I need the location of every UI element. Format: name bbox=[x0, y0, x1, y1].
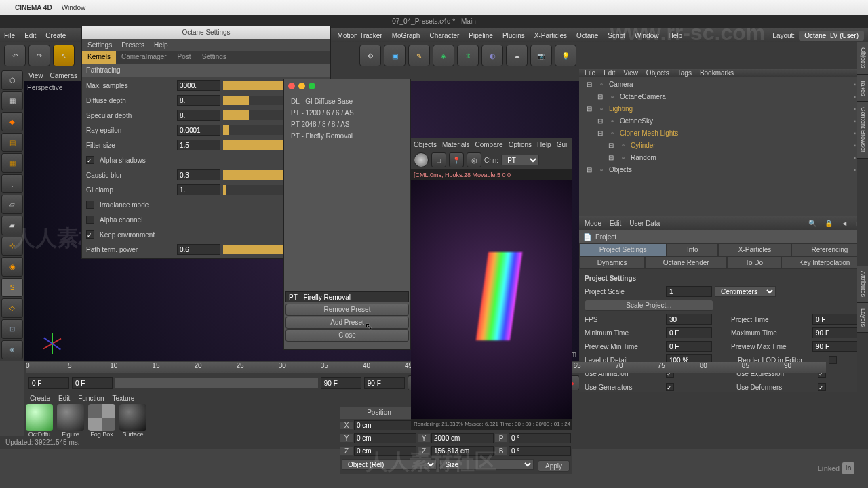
attr-input[interactable] bbox=[666, 327, 712, 338]
coord-sel-size[interactable]: Size bbox=[439, 459, 534, 470]
object-row[interactable]: ⊟▫OctaneCamera▪ bbox=[580, 90, 867, 102]
frame-current[interactable] bbox=[28, 377, 69, 389]
render-lod-check[interactable] bbox=[829, 356, 837, 364]
visibility-icon[interactable]: ▪ bbox=[853, 129, 856, 137]
object-name[interactable]: Objects bbox=[609, 166, 850, 174]
rstrip-layers[interactable]: Layers bbox=[857, 303, 868, 333]
layout-selector[interactable]: Octane_LV (User) bbox=[799, 30, 864, 41]
param-checkbox[interactable] bbox=[86, 201, 94, 209]
param-input[interactable] bbox=[177, 80, 220, 91]
vp-cameras[interactable]: Cameras bbox=[50, 72, 78, 79]
channel-select[interactable]: PT bbox=[501, 155, 539, 165]
render-focus-icon[interactable]: ◎ bbox=[467, 152, 481, 167]
object-name[interactable]: Lighting bbox=[609, 105, 850, 113]
rp-objects[interactable]: Objects bbox=[414, 141, 437, 148]
gear-icon[interactable]: ⚙ bbox=[359, 45, 381, 66]
frame-tick[interactable]: 70 bbox=[616, 362, 658, 373]
project-scale-unit[interactable]: Centimeters bbox=[715, 286, 776, 297]
tab-octane-render[interactable]: Octane Render bbox=[645, 256, 727, 269]
attr-input[interactable] bbox=[812, 327, 859, 338]
environment-icon[interactable]: ☁ bbox=[506, 45, 528, 66]
menu-pipeline[interactable]: Pipeline bbox=[469, 32, 493, 39]
visibility-icon[interactable]: ▪ bbox=[853, 142, 856, 149]
object-row[interactable]: ⊟▫Random▪ bbox=[580, 151, 867, 163]
menu-help[interactable]: Help bbox=[668, 32, 682, 39]
preset-min-icon[interactable] bbox=[298, 83, 305, 89]
coord-sel-object[interactable]: Object (Rel) bbox=[342, 459, 437, 470]
tab-dynamics[interactable]: Dynamics bbox=[579, 256, 645, 269]
undo-icon[interactable]: ↶ bbox=[4, 45, 26, 66]
mat-create[interactable]: Create bbox=[30, 394, 50, 402]
tab-info[interactable]: Info bbox=[667, 243, 718, 256]
obj-menu-bookmarks[interactable]: Bookmarks bbox=[700, 69, 734, 77]
attr-edit[interactable]: Edit bbox=[610, 220, 621, 227]
object-name[interactable]: Cylinder bbox=[631, 142, 850, 149]
preset-name-input[interactable] bbox=[285, 291, 409, 302]
expand-icon[interactable]: ⊟ bbox=[585, 165, 594, 174]
coord-pos-input[interactable] bbox=[354, 446, 416, 456]
visibility-icon[interactable]: ▪ bbox=[853, 154, 856, 161]
point-mode-icon[interactable]: ⋮ bbox=[1, 174, 23, 194]
object-row[interactable]: ⊟▫Camera▪ bbox=[580, 78, 867, 90]
menu-octane[interactable]: Octane bbox=[576, 32, 598, 39]
snap-icon[interactable]: S bbox=[1, 278, 23, 298]
material-item[interactable]: OctDiffu bbox=[24, 404, 54, 436]
edge-mode-icon[interactable]: ▱ bbox=[1, 195, 23, 214]
axis-icon[interactable]: ⊹ bbox=[1, 237, 23, 256]
mat-texture[interactable]: Texture bbox=[113, 394, 135, 402]
expand-icon[interactable]: ⊟ bbox=[585, 79, 594, 89]
param-input[interactable] bbox=[177, 125, 220, 136]
attr-input[interactable] bbox=[666, 341, 712, 352]
preset-close-icon[interactable] bbox=[288, 83, 295, 89]
mac-menu-window[interactable]: Window bbox=[62, 4, 86, 12]
frame-tick[interactable]: 90 bbox=[784, 362, 826, 373]
menu-plugins[interactable]: Plugins bbox=[502, 32, 525, 39]
array-icon[interactable]: ⁜ bbox=[457, 45, 479, 66]
frame-tick[interactable]: 5 bbox=[68, 362, 110, 373]
preset-item[interactable]: PT 2048 / 8 / 8 / AS bbox=[287, 119, 408, 130]
render-sphere-icon[interactable] bbox=[414, 152, 429, 167]
rp-materials[interactable]: Materials bbox=[442, 141, 470, 148]
frame-tick[interactable]: 65 bbox=[573, 362, 615, 373]
menu-mograph[interactable]: MoGraph bbox=[392, 32, 420, 39]
project-scale-input[interactable] bbox=[666, 286, 712, 297]
viewport-solo-icon[interactable]: ◉ bbox=[1, 257, 23, 277]
preset-list[interactable]: DL - GI Diffuse BasePT - 1200 / 6 / 6 / … bbox=[284, 93, 410, 289]
frame-tick[interactable]: 15 bbox=[152, 362, 194, 373]
coord-size-input[interactable] bbox=[431, 446, 494, 456]
pen-icon[interactable]: ✎ bbox=[408, 45, 430, 66]
rstrip-attributes[interactable]: Attributes bbox=[857, 266, 868, 303]
rp-help[interactable]: Help bbox=[537, 141, 551, 148]
object-name[interactable]: OctaneCamera bbox=[620, 93, 850, 100]
param-input[interactable] bbox=[177, 140, 220, 150]
attr-check[interactable] bbox=[666, 383, 674, 391]
cube-icon[interactable]: ▣ bbox=[384, 45, 406, 66]
preset-zoom-icon[interactable] bbox=[309, 83, 315, 89]
obj-menu-edit[interactable]: Edit bbox=[604, 69, 615, 77]
object-tree[interactable]: ⊟▫Camera▪⊟▫OctaneCamera▪⊟▫Lighting▪⊟▫Oct… bbox=[579, 77, 868, 216]
menu-motion-tracker[interactable]: Motion Tracker bbox=[338, 32, 382, 39]
scale-project-button[interactable]: Scale Project... bbox=[585, 300, 713, 311]
preset-item[interactable]: DL - GI Diffuse Base bbox=[287, 96, 408, 107]
object-mode-icon[interactable]: ◆ bbox=[1, 112, 23, 131]
object-row[interactable]: ⊟▫Objects▪ bbox=[580, 163, 867, 176]
menu-file[interactable]: File bbox=[4, 32, 15, 39]
attr-check[interactable] bbox=[818, 383, 826, 391]
preset-item[interactable]: PT - Firefly Removal bbox=[287, 130, 408, 142]
expand-icon[interactable]: ⊟ bbox=[606, 140, 616, 150]
close-preset-button[interactable]: Close bbox=[285, 329, 409, 342]
menu-create[interactable]: Create bbox=[45, 32, 66, 39]
obj-menu-view[interactable]: View bbox=[623, 69, 638, 77]
preset-item[interactable]: PT - 1200 / 6 / 6 / AS bbox=[287, 107, 408, 119]
octane-title[interactable]: Octane Settings bbox=[82, 26, 330, 39]
remove-preset-button[interactable]: Remove Preset bbox=[285, 304, 409, 316]
expand-icon[interactable]: ⊟ bbox=[585, 104, 594, 113]
misc-icon[interactable]: ◈ bbox=[1, 340, 23, 360]
select-tool-icon[interactable]: ↖ bbox=[53, 45, 75, 66]
prev-icon[interactable]: ◄ bbox=[841, 220, 848, 227]
camera-icon[interactable]: 📷 bbox=[530, 45, 552, 66]
rstrip-objects[interactable]: Objects bbox=[857, 42, 868, 75]
frame-tick[interactable]: 40 bbox=[363, 362, 405, 373]
tab-xparticles[interactable]: X-Particles bbox=[718, 243, 791, 256]
search-icon[interactable]: 🔍 bbox=[808, 220, 816, 227]
